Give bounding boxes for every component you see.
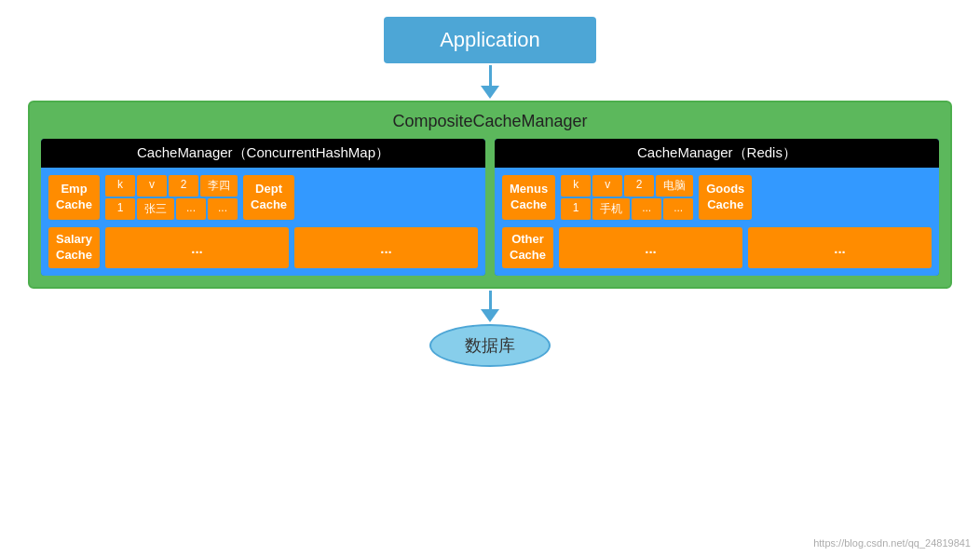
emp-cache-label: EmpCache bbox=[48, 175, 100, 220]
cache-manager-concurrent-header: CacheManager（ConcurrentHashMap） bbox=[41, 139, 485, 168]
arrow-line-bottom bbox=[489, 291, 492, 309]
composite-label: CompositeCacheManager bbox=[41, 112, 939, 131]
emp-k: k bbox=[105, 175, 135, 197]
menus-2: 2 bbox=[624, 175, 654, 197]
salary-dots-2: ... bbox=[294, 227, 478, 268]
menus-kv-group: k v 2 电脑 1 手机 ... ... bbox=[561, 175, 693, 220]
emp-dots2: ... bbox=[208, 198, 238, 220]
menus-dots2: ... bbox=[663, 198, 693, 220]
emp-kv-row-1: k v 2 李四 bbox=[105, 175, 238, 197]
application-label: Application bbox=[440, 28, 540, 51]
emp-dots1: ... bbox=[176, 198, 206, 220]
cache-manager-concurrent: CacheManager（ConcurrentHashMap） EmpCache… bbox=[41, 139, 485, 276]
emp-v: v bbox=[137, 175, 167, 197]
other-cache-label: OtherCache bbox=[502, 227, 553, 268]
menus-dots1: ... bbox=[632, 198, 661, 220]
cache-managers-row: CacheManager（ConcurrentHashMap） EmpCache… bbox=[41, 139, 939, 276]
database-label: 数据库 bbox=[465, 334, 515, 357]
menus-goods-row: MenusCache k v 2 电脑 1 手机 bbox=[502, 175, 932, 220]
other-dots-2: ... bbox=[748, 227, 932, 268]
emp-2: 2 bbox=[169, 175, 198, 197]
menus-shouji: 手机 bbox=[592, 198, 630, 220]
database-ellipse: 数据库 bbox=[429, 324, 551, 367]
emp-lisi: 李四 bbox=[200, 175, 238, 197]
menus-k: k bbox=[561, 175, 591, 197]
other-row: OtherCache ... ... bbox=[502, 227, 932, 268]
watermark: https://blog.csdn.net/qq_24819841 bbox=[813, 537, 971, 549]
cache-manager-concurrent-body: EmpCache k v 2 李四 1 张三 bbox=[41, 168, 485, 276]
arrow-down-bottom bbox=[481, 309, 499, 322]
diagram-container: Application CompositeCacheManager CacheM… bbox=[0, 0, 980, 556]
emp-kv-group: k v 2 李四 1 张三 ... ... bbox=[105, 175, 238, 220]
cache-manager-redis: CacheManager（Redis） MenusCache k v 2 电脑 bbox=[495, 139, 939, 276]
dept-cache-label: DeptCache bbox=[243, 175, 294, 220]
emp-1: 1 bbox=[105, 198, 135, 220]
menus-v: v bbox=[592, 175, 622, 197]
menus-cache-label: MenusCache bbox=[502, 175, 555, 220]
arrow-section-bottom bbox=[481, 291, 499, 322]
application-box: Application bbox=[384, 17, 596, 63]
emp-zhangsan: 张三 bbox=[137, 198, 174, 220]
arrow-down-top bbox=[481, 86, 499, 99]
arrow-line-top bbox=[489, 65, 492, 86]
composite-cache-manager-box: CompositeCacheManager CacheManager（Concu… bbox=[28, 101, 952, 289]
salary-cache-label: SalaryCache bbox=[48, 227, 100, 268]
menus-kv-row-2: 1 手机 ... ... bbox=[561, 198, 693, 220]
menus-1: 1 bbox=[561, 198, 591, 220]
salary-dots-1: ... bbox=[105, 227, 289, 268]
menus-kv-row-1: k v 2 电脑 bbox=[561, 175, 693, 197]
other-dots-1: ... bbox=[559, 227, 742, 268]
goods-cache-label: GoodsCache bbox=[699, 175, 752, 220]
emp-kv-row-2: 1 张三 ... ... bbox=[105, 198, 238, 220]
cache-manager-redis-header: CacheManager（Redis） bbox=[495, 139, 939, 168]
salary-row: SalaryCache ... ... bbox=[48, 227, 478, 268]
cache-manager-redis-body: MenusCache k v 2 电脑 1 手机 bbox=[495, 168, 939, 276]
menus-diannao: 电脑 bbox=[656, 175, 693, 197]
emp-dept-row: EmpCache k v 2 李四 1 张三 bbox=[48, 175, 478, 220]
